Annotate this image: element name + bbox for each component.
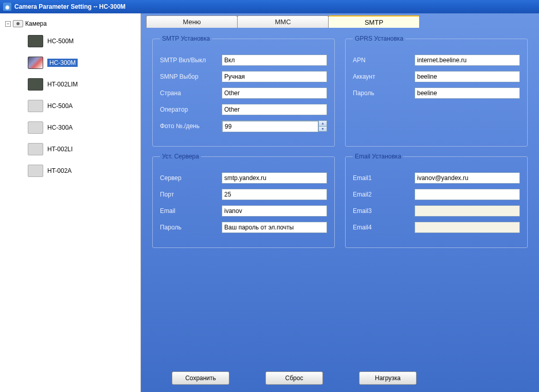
camera-icon <box>13 20 23 27</box>
camera-thumb-icon <box>28 165 43 177</box>
tree-item[interactable]: HC-300A <box>26 118 138 137</box>
sidebar: − Камера HC-500MHC-300MHT-002LIMHC-500AH… <box>0 13 141 392</box>
gprs-account-label: Аккаунт <box>353 73 415 80</box>
tab[interactable]: MMC <box>237 15 329 28</box>
tree-item-label: HT-002LI <box>47 146 73 153</box>
bottom-buttons: Сохранить Сброс Нагрузка <box>141 371 539 385</box>
titlebar: ◉ Camera Parameter Setting -- HC-300M <box>0 0 539 13</box>
group-server: Уст. Сервера Сервер Порт Email Пароль <box>152 153 335 248</box>
apn-input[interactable] <box>415 55 520 66</box>
reset-button[interactable]: Сброс <box>265 371 323 385</box>
server-email-input[interactable] <box>222 205 327 217</box>
save-button[interactable]: Сохранить <box>172 371 229 385</box>
tree-item[interactable]: HC-500M <box>26 32 138 50</box>
tree-item[interactable]: HT-002LI <box>26 140 138 158</box>
spin-up-icon[interactable]: ▲ <box>318 121 327 127</box>
smtp-onoff-label: SMTP Вкл/Выкл <box>160 57 222 64</box>
tree-root-label: Камера <box>25 20 47 27</box>
port-input[interactable] <box>222 189 327 200</box>
email3-label: Email3 <box>353 207 415 215</box>
email3-input[interactable] <box>415 205 520 217</box>
smtp-onoff-select[interactable]: Вкл <box>222 55 327 66</box>
gprs-account-input[interactable] <box>415 71 520 82</box>
group-smtp-legend: SMTP Установка <box>160 35 212 42</box>
group-gprs: GPRS Установка APN Аккаунт Пароль <box>345 35 528 147</box>
operator-select[interactable]: Other <box>222 104 327 115</box>
apn-label: APN <box>353 57 415 64</box>
operator-label: Оператор <box>160 106 222 113</box>
window-title: Camera Parameter Setting -- HC-300M <box>14 3 125 10</box>
tree-item-label: HC-500A <box>47 102 73 110</box>
group-email-legend: Email Установка <box>353 153 403 160</box>
tree-item[interactable]: HT-002LIM <box>26 75 138 94</box>
tree-item-label: HC-500M <box>47 38 74 45</box>
gprs-password-label: Пароль <box>353 90 415 97</box>
server-label: Сервер <box>160 174 222 182</box>
group-server-legend: Уст. Сервера <box>160 153 201 160</box>
tree-item[interactable]: HC-500A <box>26 97 138 115</box>
tree-items: HC-500MHC-300MHT-002LIMHC-500AHC-300AHT-… <box>26 32 138 180</box>
tree-item-label: HC-300M <box>47 59 78 67</box>
tree-root[interactable]: − Камера <box>2 19 138 29</box>
email2-label: Email2 <box>353 191 415 198</box>
panel-area: SMTP Установка SMTP Вкл/Выкл Вкл SMNP Вы… <box>141 28 539 252</box>
server-password-label: Пароль <box>160 224 222 231</box>
port-label: Порт <box>160 191 222 198</box>
server-input[interactable] <box>222 172 327 184</box>
main-area: − Камера HC-500MHC-300MHT-002LIMHC-500AH… <box>0 13 539 392</box>
gprs-password-input[interactable] <box>415 87 520 99</box>
tree-item-label: HT-002LIM <box>47 81 78 88</box>
email4-label: Email4 <box>353 224 415 231</box>
country-label: Страна <box>160 90 222 97</box>
camera-thumb-icon <box>28 143 43 155</box>
country-select[interactable]: Other <box>222 87 327 99</box>
app-icon: ◉ <box>3 3 11 11</box>
content: МенюMMCSMTP SMTP Установка SMTP Вкл/Выкл… <box>141 13 539 392</box>
group-gprs-legend: GPRS Установка <box>353 35 405 42</box>
photo-label: Фото №./день <box>160 122 222 130</box>
camera-thumb-icon <box>28 35 43 47</box>
photo-input[interactable] <box>222 121 318 132</box>
tree-item[interactable]: HC-300M <box>26 54 138 72</box>
load-button[interactable]: Нагрузка <box>359 371 417 385</box>
server-email-label: Email <box>160 207 222 215</box>
spin-down-icon[interactable]: ▼ <box>318 127 327 132</box>
email4-input[interactable] <box>415 222 520 233</box>
photo-spinner[interactable]: ▲ ▼ <box>222 120 327 132</box>
email2-input[interactable] <box>415 189 520 200</box>
tree-item-label: HT-002A <box>47 167 71 174</box>
group-smtp: SMTP Установка SMTP Вкл/Выкл Вкл SMNP Вы… <box>152 35 335 147</box>
camera-thumb-icon <box>28 78 43 91</box>
camera-thumb-icon <box>28 100 43 112</box>
tree-item[interactable]: HT-002A <box>26 162 138 180</box>
camera-thumb-icon <box>28 57 43 69</box>
smnp-label: SMNP Выбор <box>160 73 222 80</box>
email1-label: Email1 <box>353 174 415 182</box>
tree-item-label: HC-300A <box>47 124 73 131</box>
camera-thumb-icon <box>28 121 43 134</box>
group-email: Email Установка Email1 Email2 Email3 Ema… <box>345 153 528 248</box>
collapse-icon[interactable]: − <box>5 21 11 27</box>
tabs: МенюMMCSMTP <box>146 15 539 28</box>
server-password-input[interactable] <box>222 222 327 233</box>
email1-input[interactable] <box>415 172 520 184</box>
tab[interactable]: Меню <box>146 15 238 28</box>
smnp-select[interactable]: Ручная <box>222 71 327 82</box>
tab[interactable]: SMTP <box>328 15 420 28</box>
